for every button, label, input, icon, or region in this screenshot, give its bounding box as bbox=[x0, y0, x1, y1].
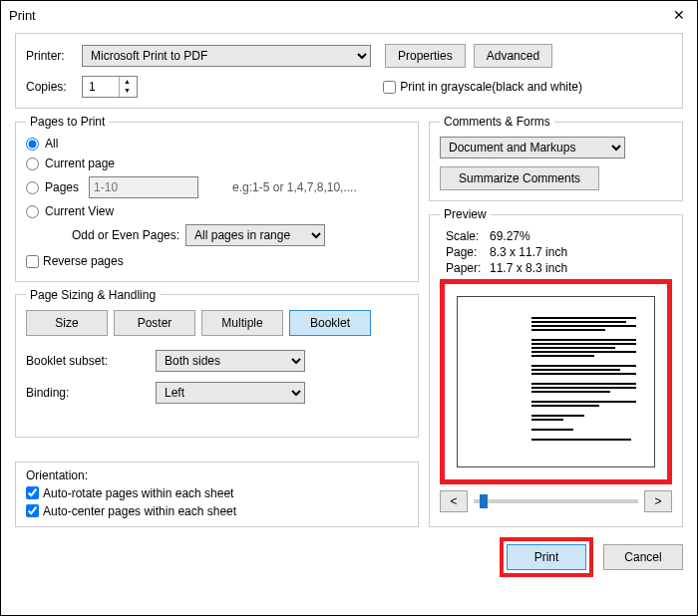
preview-thumbnail bbox=[440, 279, 672, 484]
poster-button[interactable]: Poster bbox=[114, 310, 195, 336]
odd-even-label: Odd or Even Pages: bbox=[72, 228, 179, 242]
summarize-button[interactable]: Summarize Comments bbox=[440, 166, 599, 190]
radio-pages[interactable] bbox=[26, 181, 39, 194]
page-slider[interactable] bbox=[474, 499, 638, 503]
pages-range-input[interactable] bbox=[89, 176, 198, 198]
odd-even-select[interactable]: All pages in range bbox=[185, 224, 325, 246]
print-button[interactable]: Print bbox=[507, 544, 586, 570]
orientation-group: Orientation: Auto-rotate pages within ea… bbox=[15, 462, 419, 527]
cancel-button[interactable]: Cancel bbox=[603, 544, 683, 570]
radio-all[interactable] bbox=[26, 138, 39, 151]
page-value: 8.3 x 11.7 inch bbox=[490, 245, 567, 259]
window-title: Print bbox=[9, 8, 36, 23]
scale-label: Scale: bbox=[446, 229, 490, 243]
slider-thumb-icon[interactable] bbox=[480, 494, 488, 508]
next-page-button[interactable]: > bbox=[644, 490, 672, 512]
comments-select[interactable]: Document and Markups bbox=[440, 137, 625, 158]
subset-select[interactable]: Both sides bbox=[156, 350, 305, 372]
comments-legend: Comments & Forms bbox=[440, 115, 554, 129]
comments-group: Comments & Forms Document and Markups Su… bbox=[429, 115, 683, 201]
radio-current-label: Current page bbox=[45, 156, 115, 170]
chevron-down-icon[interactable]: ▼ bbox=[120, 86, 135, 95]
pages-hint: e.g:1-5 or 1,4,7,8,10,.... bbox=[232, 180, 357, 194]
copies-input[interactable] bbox=[83, 77, 119, 97]
size-button[interactable]: Size bbox=[26, 310, 108, 336]
preview-text-icon bbox=[531, 317, 636, 443]
copies-label: Copies: bbox=[26, 80, 76, 94]
pages-to-print-group: Pages to Print All Current page Pages e.… bbox=[15, 115, 419, 282]
radio-current-view[interactable] bbox=[26, 205, 39, 218]
prev-page-button[interactable]: < bbox=[440, 490, 468, 512]
printer-section: Printer: Microsoft Print to PDF Properti… bbox=[15, 33, 683, 109]
auto-rotate-label: Auto-rotate pages within each sheet bbox=[43, 486, 233, 500]
radio-pages-label: Pages bbox=[45, 180, 79, 194]
booklet-button[interactable]: Booklet bbox=[289, 310, 371, 336]
reverse-label: Reverse pages bbox=[43, 254, 124, 268]
subset-label: Booklet subset: bbox=[26, 354, 156, 368]
binding-label: Binding: bbox=[26, 386, 156, 400]
properties-button[interactable]: Properties bbox=[385, 44, 466, 68]
copies-stepper[interactable]: ▲ ▼ bbox=[82, 76, 138, 98]
radio-current[interactable] bbox=[26, 157, 39, 170]
auto-rotate-checkbox[interactable]: Auto-rotate pages within each sheet bbox=[26, 486, 408, 500]
orientation-legend: Orientation: bbox=[26, 468, 408, 482]
grayscale-checkbox[interactable]: Print in grayscale(black and white) bbox=[383, 80, 582, 94]
paper-value: 11.7 x 8.3 inch bbox=[490, 261, 567, 275]
printer-select[interactable]: Microsoft Print to PDF bbox=[82, 45, 371, 67]
grayscale-label: Print in grayscale(black and white) bbox=[400, 80, 582, 94]
binding-select[interactable]: Left bbox=[156, 382, 305, 404]
advanced-button[interactable]: Advanced bbox=[474, 44, 552, 68]
radio-current-view-label: Current View bbox=[45, 204, 114, 218]
pages-legend: Pages to Print bbox=[26, 115, 109, 129]
paper-label: Paper: bbox=[446, 261, 490, 275]
close-icon[interactable]: ✕ bbox=[669, 7, 689, 23]
chevron-up-icon[interactable]: ▲ bbox=[120, 77, 135, 86]
preview-legend: Preview bbox=[440, 207, 491, 221]
multiple-button[interactable]: Multiple bbox=[201, 310, 283, 336]
sizing-legend: Page Sizing & Handling bbox=[26, 288, 160, 302]
reverse-checkbox[interactable]: Reverse pages bbox=[26, 254, 124, 268]
radio-all-label: All bbox=[45, 137, 58, 151]
scale-value: 69.27% bbox=[490, 229, 530, 243]
page-label: Page: bbox=[446, 245, 490, 259]
auto-center-label: Auto-center pages within each sheet bbox=[43, 504, 236, 518]
preview-group: Preview Scale:69.27% Page:8.3 x 11.7 inc… bbox=[429, 207, 683, 527]
printer-label: Printer: bbox=[26, 49, 76, 63]
sizing-group: Page Sizing & Handling Size Poster Multi… bbox=[15, 288, 419, 438]
auto-center-checkbox[interactable]: Auto-center pages within each sheet bbox=[26, 504, 408, 518]
